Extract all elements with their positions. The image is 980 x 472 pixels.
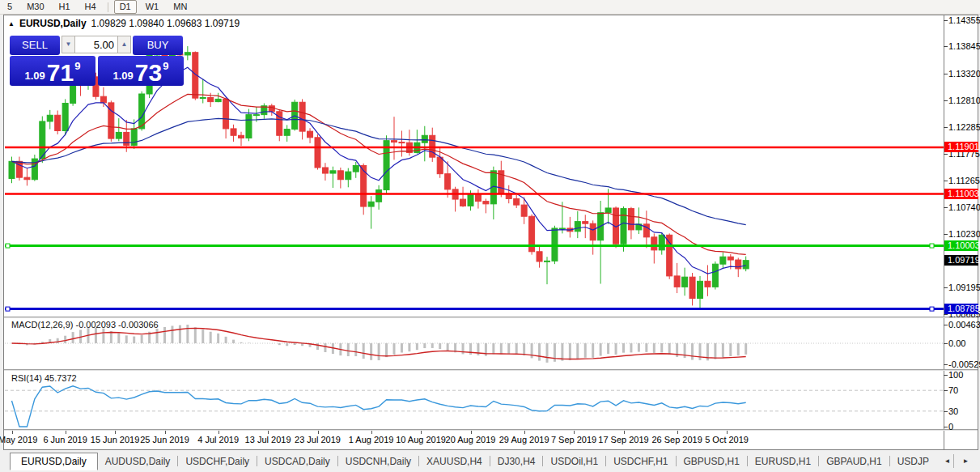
candlestick bbox=[215, 99, 221, 101]
candlestick bbox=[537, 252, 542, 262]
price-axis-tick: 1.13845 bbox=[948, 41, 979, 51]
date-axis-tick bbox=[574, 431, 575, 434]
chart-tab-usdchf-h1[interactable]: USDCHF,H1 bbox=[606, 453, 675, 470]
buy-price-big: 73 bbox=[135, 62, 162, 83]
date-axis-tick bbox=[471, 431, 472, 434]
sell-price-pipette: 9 bbox=[74, 60, 80, 72]
candlestick bbox=[346, 172, 351, 180]
price-axis-divider bbox=[944, 15, 944, 449]
date-axis-tick bbox=[268, 431, 269, 434]
candlestick bbox=[100, 96, 106, 103]
candlestick bbox=[9, 161, 15, 178]
date-axis-tick bbox=[524, 431, 525, 434]
timeframe-button-w1[interactable]: W1 bbox=[140, 0, 165, 14]
candlestick bbox=[422, 135, 427, 142]
sell-button[interactable]: SELL bbox=[10, 36, 60, 55]
macd-indicator-label: MACD(12,26,9) -0.002093 -0.003066 bbox=[11, 320, 159, 330]
sell-price-display[interactable]: 1.09 71 9 bbox=[10, 56, 95, 86]
candlestick bbox=[575, 222, 580, 232]
price-axis-tick: 1.12285 bbox=[948, 122, 979, 132]
candlestick bbox=[437, 157, 443, 174]
level-line-handle[interactable] bbox=[930, 307, 934, 311]
chart-tab-usdcnh-daily[interactable]: USDCNH,Daily bbox=[338, 453, 418, 470]
candlestick bbox=[583, 222, 588, 224]
chart-tab-gbpusd-h1[interactable]: GBPUSD,H1 bbox=[677, 453, 747, 470]
date-axis-label: 13 Jul 2019 bbox=[245, 435, 291, 444]
buy-button[interactable]: BUY bbox=[133, 36, 183, 55]
price-axis-tick: 1.10230 bbox=[948, 229, 979, 239]
date-axis-label: 5 Oct 2019 bbox=[705, 435, 749, 444]
price-axis-tick: 1.13320 bbox=[948, 69, 979, 79]
candlestick bbox=[223, 99, 229, 129]
candlestick bbox=[368, 202, 374, 206]
candlestick bbox=[689, 277, 695, 298]
rsi-indicator-label: RSI(14) 45.7372 bbox=[11, 373, 77, 383]
candlestick bbox=[253, 115, 259, 116]
candlestick bbox=[720, 257, 726, 264]
candlestick bbox=[667, 235, 672, 276]
date-axis-tick bbox=[115, 431, 116, 434]
date-axis-tick bbox=[318, 431, 319, 434]
tab-scroll-right-button[interactable]: ► bbox=[960, 454, 972, 468]
chart-tab-usdcad-daily[interactable]: USDCAD,Daily bbox=[257, 453, 337, 470]
price-axis-tick: 1.14355 bbox=[948, 15, 979, 25]
chart-tab-usdchf-daily[interactable]: USDCHF,Daily bbox=[178, 453, 257, 470]
chart-tab-usdoil-h1[interactable]: USDOil,H1 bbox=[543, 453, 605, 470]
date-axis-tick bbox=[624, 431, 625, 434]
level-price-badge: 1.08785 bbox=[944, 304, 978, 314]
date-axis-label: 15 Jun 2019 bbox=[91, 435, 140, 444]
date-axis-tick bbox=[218, 431, 219, 434]
price-axis-tick: 1.10740 bbox=[948, 202, 979, 212]
candlestick bbox=[139, 94, 145, 129]
terminal-window: 5M30H1H4D1W1MN ▲ EURUSD,Daily 1.09829 1.… bbox=[0, 0, 980, 472]
chart-tab-eurusd-daily[interactable]: EURUSD,Daily bbox=[10, 453, 98, 470]
date-axis-label: 23 Jul 2019 bbox=[295, 435, 341, 444]
candlestick bbox=[698, 281, 703, 298]
candlestick bbox=[315, 138, 320, 168]
candlestick bbox=[521, 205, 527, 216]
candlestick bbox=[628, 209, 634, 230]
candlestick bbox=[545, 261, 550, 262]
timeframe-button-mn[interactable]: MN bbox=[168, 0, 193, 14]
level-price-badge: 1.10003 bbox=[944, 240, 978, 251]
date-axis-tick bbox=[677, 431, 678, 434]
candlestick bbox=[659, 235, 664, 250]
candlestick bbox=[475, 194, 481, 201]
candlestick bbox=[712, 264, 718, 287]
level-line-handle[interactable] bbox=[930, 244, 934, 248]
timeframe-button-d1[interactable]: D1 bbox=[114, 0, 137, 14]
volume-increase-button[interactable]: ▲ bbox=[117, 36, 131, 53]
chart-tab-eurusd-h1[interactable]: EURUSD,H1 bbox=[748, 453, 818, 470]
date-axis-label: 10 Aug 2019 bbox=[396, 435, 446, 444]
candlestick bbox=[651, 237, 657, 250]
candlestick bbox=[208, 97, 214, 101]
rsi-line bbox=[12, 386, 746, 427]
rsi-panel-canvas[interactable] bbox=[5, 371, 944, 429]
timeframe-button-h1[interactable]: H1 bbox=[53, 0, 76, 14]
moving-average-line-8 bbox=[12, 67, 746, 274]
price-axis-tick: 1.12810 bbox=[948, 96, 979, 105]
tab-scroll-left-button[interactable]: ◄ bbox=[941, 454, 954, 468]
timeframe-button-m30[interactable]: M30 bbox=[21, 0, 49, 14]
macd-axis-tick: -0.00529 bbox=[948, 359, 979, 369]
buy-price-prefix: 1.09 bbox=[113, 70, 134, 82]
level-price-badge: 1.11901 bbox=[944, 142, 978, 152]
chart-tab-usdjp[interactable]: USDJP bbox=[890, 453, 936, 470]
level-line-handle[interactable] bbox=[6, 307, 10, 311]
chart-tab-audusd-daily[interactable]: AUDUSD,Daily bbox=[98, 453, 178, 470]
rsi-axis-tick: 100 bbox=[948, 370, 979, 380]
timeframe-button-5[interactable]: 5 bbox=[2, 0, 18, 14]
level-line-handle[interactable] bbox=[6, 244, 10, 248]
volume-decrease-button[interactable]: ▼ bbox=[62, 36, 75, 53]
buy-price-display[interactable]: 1.09 73 9 bbox=[98, 56, 184, 86]
volume-input[interactable] bbox=[75, 36, 117, 53]
chart-tab-xauusd-h4[interactable]: XAUUSD,H4 bbox=[419, 453, 490, 470]
candlestick bbox=[330, 171, 336, 173]
chart-tab-gbpaud-h1[interactable]: GBPAUD,H1 bbox=[819, 453, 889, 470]
chart-tabs: EURUSD,DailyAUDUSD,DailyUSDCHF,DailyUSDC… bbox=[10, 453, 936, 470]
date-axis-tick bbox=[421, 431, 422, 434]
candlestick bbox=[299, 102, 305, 131]
timeframe-button-h4[interactable]: H4 bbox=[79, 0, 102, 14]
chart-tab-dj30-h4[interactable]: DJ30,H4 bbox=[490, 453, 543, 470]
date-axis-label: 26 Sep 2019 bbox=[651, 435, 702, 444]
